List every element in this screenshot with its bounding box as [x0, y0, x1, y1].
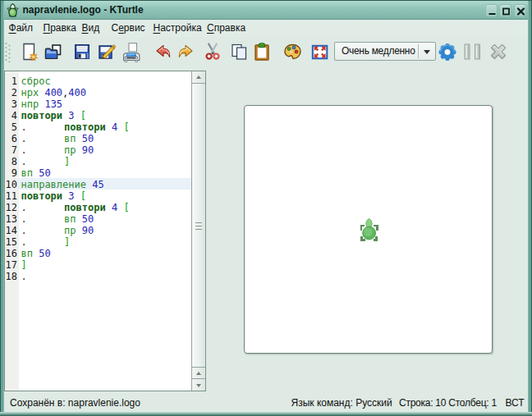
speedbox-divider	[418, 44, 419, 58]
code-line-16: вп 50	[21, 248, 51, 259]
stop-icon	[489, 43, 507, 61]
open-file-button[interactable]	[43, 43, 61, 61]
menu-Справка[interactable]: Справка	[207, 22, 245, 34]
print-button[interactable]	[122, 43, 140, 61]
code-token-cmd: вп	[21, 248, 33, 259]
minimize-icon	[486, 5, 498, 18]
scroll-up-button[interactable]	[192, 71, 205, 84]
code-line-5: .повтори 4 [	[21, 121, 130, 133]
code-token-tabdot: .	[21, 202, 27, 213]
code-token-tabdot: .	[21, 271, 27, 282]
chevron-down-icon	[424, 50, 430, 54]
cut-button[interactable]	[204, 43, 222, 61]
save-icon	[73, 43, 91, 61]
code-token-num: 135	[44, 98, 62, 110]
code-token-tabdot: .	[21, 156, 27, 167]
code-line-8: .]	[21, 156, 71, 167]
undo-button[interactable]	[154, 43, 172, 61]
code-line-7: .пр 90	[21, 144, 94, 156]
code-token-tabdot: .	[21, 213, 27, 225]
save-as-button[interactable]	[97, 43, 115, 61]
stop-button[interactable]	[489, 43, 507, 61]
code-area[interactable]: сброснрх 400,400нпр 135повтори 3 [.повто…	[19, 71, 191, 391]
line-number: 14	[6, 225, 17, 236]
window-frame-right	[528, 1, 532, 412]
status-saved-text: Сохранён в: napravlenie.logo	[10, 397, 140, 409]
kturtle-window: napravlenie.logo - KTurtle ФайлПравкаВид…	[0, 0, 532, 416]
menu-Настройка[interactable]: Настройка	[154, 22, 202, 34]
cut-icon	[204, 43, 222, 61]
code-token-cmd: сброс	[21, 75, 51, 87]
turtle-canvas[interactable]	[244, 105, 493, 354]
line-number-gutter: 123456789101112131415161718	[5, 71, 19, 391]
save-button[interactable]	[73, 43, 91, 61]
indent: .	[21, 236, 65, 248]
code-line-11: повтори 3 [	[21, 190, 87, 202]
save-as-icon	[97, 43, 116, 62]
code-token-tabdot: .	[21, 144, 27, 156]
menubar: ФайлПравкаВидСервисНастройкаСправка	[4, 20, 528, 37]
scroll-up-button-2[interactable]	[192, 367, 205, 379]
code-token-cmd: вп	[64, 133, 76, 144]
minimize-button[interactable]	[485, 4, 498, 17]
scrollbar-thumb[interactable]	[192, 84, 205, 368]
code-token-text	[76, 144, 82, 156]
run-gear-icon	[438, 43, 456, 61]
copy-button[interactable]	[230, 43, 248, 61]
palette-icon	[283, 43, 302, 62]
code-token-tabdot: .	[21, 225, 27, 236]
code-token-kw: повтори	[21, 190, 63, 202]
redo-button[interactable]	[177, 43, 195, 61]
pause-button[interactable]	[464, 43, 482, 61]
menu-Файл[interactable]: Файл	[9, 22, 34, 34]
code-line-1: сброс	[21, 75, 51, 87]
scroll-down-button[interactable]	[192, 378, 205, 391]
code-token-num: 400	[68, 87, 86, 98]
code-editor[interactable]: 123456789101112131415161718 сброснрх 400…	[4, 71, 206, 391]
window-frame-bottom	[0, 412, 532, 416]
run-gear-button[interactable]	[438, 43, 456, 61]
code-token-text	[76, 225, 82, 236]
code-token-cmd: вп	[64, 213, 76, 225]
line-number: 2	[11, 87, 17, 98]
palette-button[interactable]	[283, 43, 301, 61]
code-token-br: ]	[21, 259, 27, 271]
paste-button[interactable]	[253, 43, 271, 61]
indent: .	[21, 225, 65, 236]
code-line-13: .вп 50	[21, 213, 94, 225]
code-token-kw: повтори	[21, 110, 63, 121]
close-button[interactable]	[514, 4, 526, 17]
code-line-18: .	[21, 271, 27, 282]
pause-icon	[464, 43, 482, 61]
menu-Сервис[interactable]: Сервис	[112, 22, 145, 34]
menu-Вид[interactable]: Вид	[82, 22, 100, 34]
editor-scrollbar[interactable]	[191, 71, 205, 391]
code-token-num: 3	[68, 190, 74, 202]
new-file-button[interactable]	[21, 43, 39, 61]
status-insert-mode: ВСТ	[506, 397, 525, 409]
code-token-tabdot: .	[21, 133, 27, 144]
code-token-num: 3	[68, 110, 74, 121]
code-token-num: 400	[44, 87, 62, 98]
maximize-button[interactable]	[499, 4, 511, 17]
turtle-sprite	[360, 218, 378, 241]
line-number: 3	[11, 98, 17, 110]
status-cursor-position: Строка: 10 Столбец: 1	[399, 397, 497, 409]
code-token-num: 50	[39, 248, 50, 259]
run-speed-select[interactable]: Очень медленно	[334, 42, 436, 61]
run-speed-value: Очень медленно	[342, 45, 415, 57]
code-line-4: повтори 3 [	[21, 110, 87, 121]
paste-icon	[253, 43, 271, 61]
code-token-br: [	[123, 202, 129, 213]
menu-Правка[interactable]: Правка	[44, 22, 77, 34]
code-token-br: [	[80, 190, 86, 202]
code-token-tabdot: .	[21, 121, 27, 133]
code-token-br: ]	[64, 156, 70, 167]
code-line-6: .вп 50	[21, 133, 94, 144]
arrow-up-icon	[196, 75, 201, 79]
toolbar-drag-handle[interactable]	[4, 40, 11, 62]
titlebar[interactable]: napravlenie.logo - KTurtle	[1, 1, 531, 19]
fullscreen-button[interactable]	[310, 43, 328, 61]
line-number: 15	[6, 236, 17, 248]
line-number: 17	[6, 259, 17, 271]
